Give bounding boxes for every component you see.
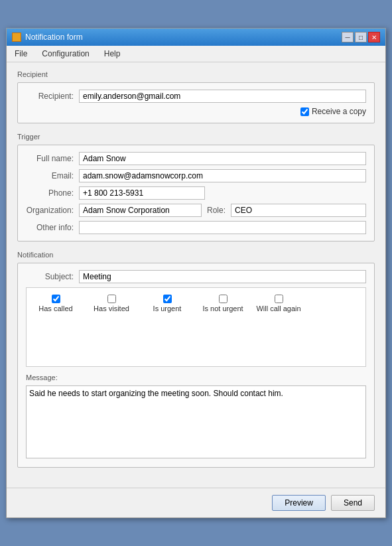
fullname-row: Full name:: [26, 152, 366, 165]
trigger-section-label: Trigger: [17, 133, 375, 141]
phone-input[interactable]: [79, 186, 205, 200]
has-called-checkbox[interactable]: [52, 295, 60, 303]
menu-help[interactable]: Help: [100, 48, 125, 60]
notification-section: Notification Subject: Has called Has: [17, 251, 375, 468]
phone-row: Phone:: [26, 186, 366, 200]
organization-label: Organization:: [26, 206, 79, 215]
checkbox-is-urgent: Is urgent: [145, 295, 190, 312]
notification-checkboxes-box: Has called Has visited Is urgent Is: [26, 287, 366, 367]
receive-copy-checkbox-row: Receive a copy: [300, 107, 366, 116]
notification-section-label: Notification: [17, 251, 375, 259]
email-input[interactable]: [79, 169, 366, 182]
notification-box: Subject: Has called Has visited: [17, 263, 375, 468]
checkboxes-grid: Has called Has visited Is urgent Is: [31, 292, 361, 315]
recipient-input[interactable]: [79, 90, 366, 103]
fullname-label: Full name:: [26, 154, 79, 163]
subject-label: Subject:: [26, 272, 79, 281]
trigger-section: Trigger Full name: Email: Phone: Organiz…: [17, 133, 375, 241]
app-icon: [12, 33, 21, 42]
org-role-row: Organization: Role:: [26, 204, 366, 217]
trigger-section-box: Full name: Email: Phone: Organization: R…: [17, 145, 375, 241]
title-controls: ─ □ ✕: [342, 32, 380, 42]
close-button[interactable]: ✕: [368, 32, 380, 42]
is-not-urgent-checkbox[interactable]: [219, 295, 228, 303]
main-window: Notification form ─ □ ✕ File Configurati…: [6, 28, 386, 518]
has-visited-label: Has visited: [94, 305, 129, 312]
receive-copy-label: Receive a copy: [312, 107, 366, 116]
otherinfo-label: Other info:: [26, 223, 79, 232]
menu-file[interactable]: File: [11, 48, 31, 60]
fullname-input[interactable]: [79, 152, 366, 165]
email-label: Email:: [26, 171, 79, 180]
message-label: Message:: [26, 374, 366, 381]
menu-bar: File Configuration Help: [7, 46, 385, 62]
has-visited-checkbox[interactable]: [107, 295, 116, 303]
content-area: Recipient Recipient: Receive a copy Trig…: [7, 62, 385, 488]
receive-copy-row: Receive a copy: [26, 107, 366, 116]
maximize-button[interactable]: □: [355, 32, 367, 42]
phone-label: Phone:: [26, 188, 79, 198]
message-section: Message: Said he needs to start organizi…: [26, 374, 366, 460]
title-bar: Notification form ─ □ ✕: [7, 29, 385, 46]
otherinfo-input[interactable]: [79, 221, 366, 234]
bottom-bar: Preview Send: [7, 488, 385, 517]
is-urgent-checkbox[interactable]: [163, 295, 172, 303]
will-call-again-label: Will call again: [256, 305, 300, 312]
menu-configuration[interactable]: Configuration: [38, 48, 93, 60]
checkbox-will-call-again: Will call again: [256, 295, 301, 312]
title-bar-left: Notification form: [12, 33, 83, 42]
email-row: Email:: [26, 169, 366, 182]
window-title: Notification form: [25, 33, 83, 42]
role-label: Role:: [202, 206, 231, 215]
subject-input[interactable]: [79, 270, 366, 283]
recipient-field-row: Recipient:: [26, 90, 366, 103]
recipient-section-label: Recipient: [17, 70, 375, 78]
is-urgent-label: Is urgent: [153, 305, 182, 312]
preview-button[interactable]: Preview: [272, 495, 326, 511]
recipient-section: Recipient Recipient: Receive a copy: [17, 70, 375, 123]
checkbox-has-called: Has called: [33, 295, 78, 312]
receive-copy-checkbox[interactable]: [300, 107, 309, 116]
has-called-label: Has called: [38, 305, 72, 312]
checkbox-has-visited: Has visited: [89, 295, 134, 312]
send-button[interactable]: Send: [331, 495, 375, 511]
is-not-urgent-label: Is not urgent: [202, 305, 243, 312]
checkbox-is-not-urgent: Is not urgent: [200, 295, 245, 312]
will-call-again-checkbox[interactable]: [275, 295, 283, 303]
recipient-section-box: Recipient: Receive a copy: [17, 82, 375, 123]
subject-row: Subject:: [26, 270, 366, 283]
otherinfo-row: Other info:: [26, 221, 366, 234]
recipient-label: Recipient:: [26, 92, 79, 101]
message-textarea[interactable]: Said he needs to start organizing the me…: [26, 385, 366, 458]
organization-input[interactable]: [79, 204, 202, 217]
minimize-button[interactable]: ─: [342, 32, 354, 42]
role-input[interactable]: [231, 204, 366, 217]
